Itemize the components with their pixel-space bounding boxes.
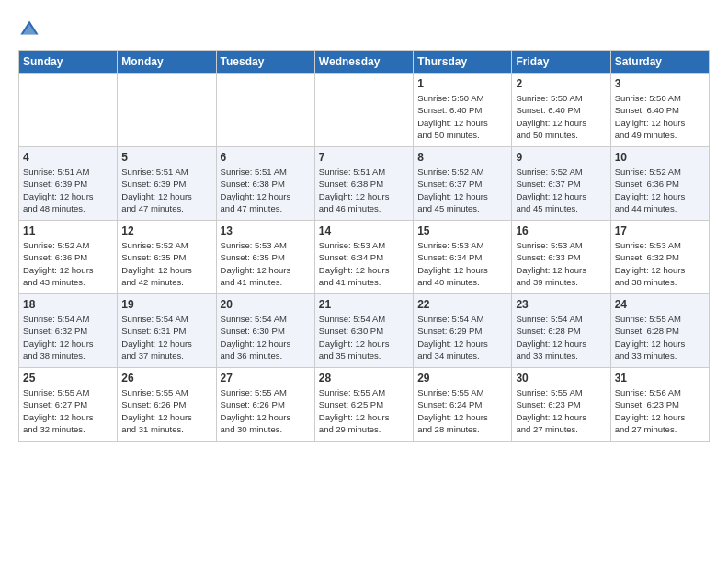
day-info: Sunrise: 5:53 AM Sunset: 6:35 PM Dayligh… (221, 239, 311, 288)
day-cell: 23Sunrise: 5:54 AM Sunset: 6:28 PM Dayli… (512, 294, 610, 368)
day-number: 23 (516, 298, 606, 311)
day-cell: 7Sunrise: 5:51 AM Sunset: 6:38 PM Daylig… (314, 147, 413, 221)
day-number: 11 (23, 224, 113, 237)
day-cell: 13Sunrise: 5:53 AM Sunset: 6:35 PM Dayli… (216, 221, 314, 294)
day-number: 2 (516, 77, 606, 90)
week-row-3: 11Sunrise: 5:52 AM Sunset: 6:36 PM Dayli… (19, 221, 710, 294)
day-info: Sunrise: 5:53 AM Sunset: 6:34 PM Dayligh… (319, 239, 409, 288)
week-row-4: 18Sunrise: 5:54 AM Sunset: 6:32 PM Dayli… (19, 294, 710, 368)
day-number: 5 (121, 151, 211, 164)
day-info: Sunrise: 5:51 AM Sunset: 6:38 PM Dayligh… (319, 166, 409, 214)
day-number: 1 (417, 77, 507, 90)
day-info: Sunrise: 5:53 AM Sunset: 6:34 PM Dayligh… (417, 239, 507, 288)
day-cell: 11Sunrise: 5:52 AM Sunset: 6:36 PM Dayli… (19, 221, 118, 294)
day-info: Sunrise: 5:50 AM Sunset: 6:40 PM Dayligh… (615, 92, 705, 141)
day-cell: 21Sunrise: 5:54 AM Sunset: 6:30 PM Dayli… (314, 294, 413, 368)
day-number: 9 (516, 151, 606, 164)
day-cell: 25Sunrise: 5:55 AM Sunset: 6:27 PM Dayli… (19, 368, 118, 442)
day-cell: 26Sunrise: 5:55 AM Sunset: 6:26 PM Dayli… (118, 368, 216, 442)
day-cell: 28Sunrise: 5:55 AM Sunset: 6:25 PM Dayli… (314, 368, 413, 442)
col-header-tuesday: Tuesday (216, 51, 314, 74)
col-header-wednesday: Wednesday (314, 51, 413, 74)
logo (18, 18, 44, 40)
day-info: Sunrise: 5:52 AM Sunset: 6:36 PM Dayligh… (23, 239, 113, 288)
day-number: 14 (319, 224, 409, 237)
day-info: Sunrise: 5:54 AM Sunset: 6:29 PM Dayligh… (417, 313, 507, 362)
day-cell: 31Sunrise: 5:56 AM Sunset: 6:23 PM Dayli… (610, 368, 709, 442)
day-cell: 29Sunrise: 5:55 AM Sunset: 6:24 PM Dayli… (414, 368, 512, 442)
day-cell: 15Sunrise: 5:53 AM Sunset: 6:34 PM Dayli… (414, 221, 512, 294)
day-number: 6 (221, 151, 311, 164)
day-number: 24 (615, 298, 705, 311)
day-info: Sunrise: 5:55 AM Sunset: 6:23 PM Dayligh… (516, 386, 606, 435)
day-cell: 9Sunrise: 5:52 AM Sunset: 6:37 PM Daylig… (512, 147, 610, 221)
day-info: Sunrise: 5:54 AM Sunset: 6:30 PM Dayligh… (319, 313, 409, 362)
day-number: 18 (23, 298, 113, 311)
day-cell: 6Sunrise: 5:51 AM Sunset: 6:38 PM Daylig… (216, 147, 314, 221)
day-number: 13 (221, 224, 311, 237)
day-number: 22 (417, 298, 507, 311)
day-cell: 4Sunrise: 5:51 AM Sunset: 6:39 PM Daylig… (19, 147, 118, 221)
day-cell: 1Sunrise: 5:50 AM Sunset: 6:40 PM Daylig… (414, 74, 512, 147)
day-cell (216, 74, 314, 147)
day-number: 10 (615, 151, 705, 164)
day-cell: 27Sunrise: 5:55 AM Sunset: 6:26 PM Dayli… (216, 368, 314, 442)
day-info: Sunrise: 5:52 AM Sunset: 6:35 PM Dayligh… (121, 239, 211, 288)
day-cell: 30Sunrise: 5:55 AM Sunset: 6:23 PM Dayli… (512, 368, 610, 442)
day-info: Sunrise: 5:52 AM Sunset: 6:37 PM Dayligh… (516, 166, 606, 214)
day-number: 29 (417, 372, 507, 385)
day-info: Sunrise: 5:50 AM Sunset: 6:40 PM Dayligh… (417, 92, 507, 141)
day-info: Sunrise: 5:55 AM Sunset: 6:27 PM Dayligh… (23, 386, 113, 435)
day-info: Sunrise: 5:51 AM Sunset: 6:39 PM Dayligh… (23, 166, 113, 214)
day-number: 28 (319, 372, 409, 385)
col-header-friday: Friday (512, 51, 610, 74)
day-number: 12 (121, 224, 211, 237)
day-cell: 24Sunrise: 5:55 AM Sunset: 6:28 PM Dayli… (610, 294, 709, 368)
col-header-saturday: Saturday (610, 51, 709, 74)
day-cell: 19Sunrise: 5:54 AM Sunset: 6:31 PM Dayli… (118, 294, 216, 368)
page-header (18, 18, 710, 40)
day-info: Sunrise: 5:55 AM Sunset: 6:26 PM Dayligh… (221, 386, 311, 435)
day-number: 30 (516, 372, 606, 385)
day-info: Sunrise: 5:55 AM Sunset: 6:24 PM Dayligh… (417, 386, 507, 435)
day-cell: 22Sunrise: 5:54 AM Sunset: 6:29 PM Dayli… (414, 294, 512, 368)
day-number: 7 (319, 151, 409, 164)
day-info: Sunrise: 5:53 AM Sunset: 6:33 PM Dayligh… (516, 239, 606, 288)
day-number: 4 (23, 151, 113, 164)
day-cell: 18Sunrise: 5:54 AM Sunset: 6:32 PM Dayli… (19, 294, 118, 368)
day-cell: 14Sunrise: 5:53 AM Sunset: 6:34 PM Dayli… (314, 221, 413, 294)
day-number: 26 (121, 372, 211, 385)
week-row-5: 25Sunrise: 5:55 AM Sunset: 6:27 PM Dayli… (19, 368, 710, 442)
calendar-table: SundayMondayTuesdayWednesdayThursdayFrid… (18, 50, 710, 442)
day-cell: 5Sunrise: 5:51 AM Sunset: 6:39 PM Daylig… (118, 147, 216, 221)
day-cell (118, 74, 216, 147)
day-info: Sunrise: 5:51 AM Sunset: 6:39 PM Dayligh… (121, 166, 211, 214)
day-number: 19 (121, 298, 211, 311)
logo-icon (18, 18, 40, 40)
day-info: Sunrise: 5:51 AM Sunset: 6:38 PM Dayligh… (221, 166, 311, 214)
day-cell: 17Sunrise: 5:53 AM Sunset: 6:32 PM Dayli… (610, 221, 709, 294)
day-cell: 12Sunrise: 5:52 AM Sunset: 6:35 PM Dayli… (118, 221, 216, 294)
col-header-sunday: Sunday (19, 51, 118, 74)
day-cell: 2Sunrise: 5:50 AM Sunset: 6:40 PM Daylig… (512, 74, 610, 147)
day-cell (19, 74, 118, 147)
day-number: 15 (417, 224, 507, 237)
day-info: Sunrise: 5:54 AM Sunset: 6:30 PM Dayligh… (221, 313, 311, 362)
day-number: 21 (319, 298, 409, 311)
day-info: Sunrise: 5:53 AM Sunset: 6:32 PM Dayligh… (615, 239, 705, 288)
day-cell (314, 74, 413, 147)
day-cell: 10Sunrise: 5:52 AM Sunset: 6:36 PM Dayli… (610, 147, 709, 221)
week-row-1: 1Sunrise: 5:50 AM Sunset: 6:40 PM Daylig… (19, 74, 710, 147)
day-info: Sunrise: 5:55 AM Sunset: 6:26 PM Dayligh… (121, 386, 211, 435)
day-info: Sunrise: 5:56 AM Sunset: 6:23 PM Dayligh… (615, 386, 705, 435)
day-cell: 8Sunrise: 5:52 AM Sunset: 6:37 PM Daylig… (414, 147, 512, 221)
day-number: 20 (221, 298, 311, 311)
day-info: Sunrise: 5:50 AM Sunset: 6:40 PM Dayligh… (516, 92, 606, 141)
col-header-monday: Monday (118, 51, 216, 74)
day-info: Sunrise: 5:54 AM Sunset: 6:32 PM Dayligh… (23, 313, 113, 362)
day-info: Sunrise: 5:54 AM Sunset: 6:28 PM Dayligh… (516, 313, 606, 362)
day-number: 31 (615, 372, 705, 385)
day-number: 8 (417, 151, 507, 164)
day-cell: 3Sunrise: 5:50 AM Sunset: 6:40 PM Daylig… (610, 74, 709, 147)
day-number: 27 (221, 372, 311, 385)
